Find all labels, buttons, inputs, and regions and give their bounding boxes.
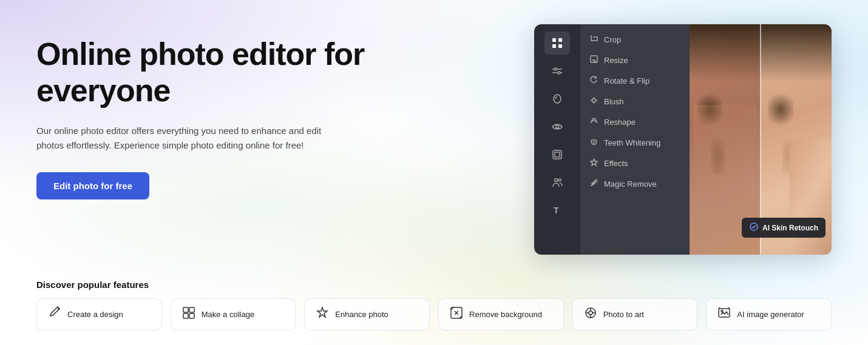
svg-point-13 <box>555 179 558 182</box>
sidebar-icon-beauty[interactable] <box>544 87 570 110</box>
svg-rect-1 <box>558 38 562 42</box>
crop-icon <box>590 35 598 44</box>
create-design-label: Create a design <box>67 310 123 319</box>
svg-rect-20 <box>183 307 188 312</box>
left-section: Online photo editor for everyone Our onl… <box>36 24 413 199</box>
editor-menu: Crop Resize <box>580 24 690 255</box>
create-design-icon <box>48 306 61 323</box>
menu-resize-label: Resize <box>604 56 628 65</box>
menu-item-magic-remove[interactable]: Magic Remove <box>580 173 690 194</box>
photo-to-art-icon <box>584 306 597 323</box>
menu-rotate-label: Rotate & Flip <box>604 76 649 85</box>
svg-point-14 <box>558 179 561 181</box>
make-collage-icon <box>182 306 195 323</box>
sidebar-icon-eye[interactable] <box>544 115 570 138</box>
right-section: T Crop <box>413 24 832 255</box>
features-section-title: Discover popular features <box>36 280 832 290</box>
menu-crop-label: Crop <box>604 35 621 44</box>
ai-image-gen-label: AI image generator <box>737 310 804 319</box>
svg-point-27 <box>589 311 592 315</box>
svg-point-7 <box>558 72 560 74</box>
feature-card-remove-bg[interactable]: Remove background <box>438 298 564 330</box>
menu-item-reshape[interactable]: Reshape <box>580 112 690 132</box>
photo-to-art-label: Photo to art <box>603 310 644 319</box>
features-section: Discover popular features Create a desig… <box>0 270 868 345</box>
magic-remove-icon <box>590 179 598 189</box>
sidebar-icon-grid[interactable] <box>544 32 570 55</box>
svg-marker-24 <box>317 307 327 317</box>
menu-item-crop[interactable]: Crop <box>580 29 690 50</box>
effects-icon <box>590 158 598 168</box>
svg-rect-21 <box>189 307 194 312</box>
menu-item-effects[interactable]: Effects <box>580 153 690 173</box>
remove-bg-icon <box>450 306 463 323</box>
hero-subtitle: Our online photo editor offers everythin… <box>36 124 340 153</box>
hero-title: Online photo editor for everyone <box>36 36 413 109</box>
blush-icon <box>590 96 598 106</box>
svg-point-29 <box>721 310 723 312</box>
resize-icon <box>590 55 598 65</box>
enhance-photo-label: Enhance photo <box>335 310 388 319</box>
sidebar-icon-adjust[interactable] <box>544 59 570 82</box>
make-collage-label: Make a collage <box>202 310 254 319</box>
ai-badge-icon <box>749 222 759 233</box>
svg-rect-3 <box>558 44 562 48</box>
svg-point-17 <box>592 99 596 102</box>
svg-rect-23 <box>189 313 194 318</box>
svg-rect-11 <box>553 150 561 159</box>
features-grid: Create a design Make a collage <box>36 298 832 330</box>
remove-bg-label: Remove background <box>469 310 542 319</box>
svg-point-4 <box>554 68 557 70</box>
feature-card-make-collage[interactable]: Make a collage <box>171 298 296 330</box>
svg-rect-0 <box>552 38 556 42</box>
svg-rect-22 <box>183 313 188 318</box>
photo-split: AI Skin Retouch <box>690 24 832 255</box>
svg-rect-2 <box>552 44 556 48</box>
rotate-icon <box>590 76 598 85</box>
menu-magic-remove-label: Magic Remove <box>604 179 657 189</box>
enhance-photo-icon <box>316 306 329 323</box>
ai-skin-retouch-badge: AI Skin Retouch <box>742 218 826 238</box>
menu-teeth-label: Teeth Whitening <box>604 138 660 147</box>
menu-item-resize[interactable]: Resize <box>580 50 690 70</box>
sidebar-icon-people[interactable] <box>544 171 570 194</box>
svg-rect-12 <box>555 152 560 157</box>
feature-card-enhance-photo[interactable]: Enhance photo <box>304 298 430 330</box>
sidebar-icon-frame[interactable] <box>544 143 570 166</box>
feature-card-create-design[interactable]: Create a design <box>36 298 162 330</box>
reshape-icon <box>590 117 598 127</box>
ai-badge-label: AI Skin Retouch <box>762 224 818 232</box>
feature-card-ai-image-gen[interactable]: AI image generator <box>706 298 832 330</box>
svg-marker-19 <box>591 159 597 166</box>
feature-card-photo-to-art[interactable]: Photo to art <box>572 298 698 330</box>
menu-item-rotate[interactable]: Rotate & Flip <box>580 70 690 91</box>
editor-photo: AI Skin Retouch <box>690 24 832 255</box>
menu-blush-label: Blush <box>604 97 624 106</box>
main-area: Online photo editor for everyone Our onl… <box>0 0 868 270</box>
svg-text:T: T <box>554 206 559 215</box>
ai-image-gen-icon <box>717 306 731 323</box>
menu-effects-label: Effects <box>604 159 628 168</box>
menu-item-blush[interactable]: Blush <box>580 91 690 112</box>
cta-button[interactable]: Edit photo for free <box>36 172 149 199</box>
menu-item-teeth[interactable]: Teeth Whitening <box>580 132 690 153</box>
teeth-icon <box>590 138 598 147</box>
editor-mockup: T Crop <box>534 24 832 255</box>
content-wrapper: Online photo editor for everyone Our onl… <box>0 0 868 345</box>
svg-point-10 <box>556 126 559 129</box>
sidebar-icon-text[interactable]: T <box>544 199 570 222</box>
editor-sidebar: T <box>534 24 580 255</box>
menu-reshape-label: Reshape <box>604 118 636 127</box>
